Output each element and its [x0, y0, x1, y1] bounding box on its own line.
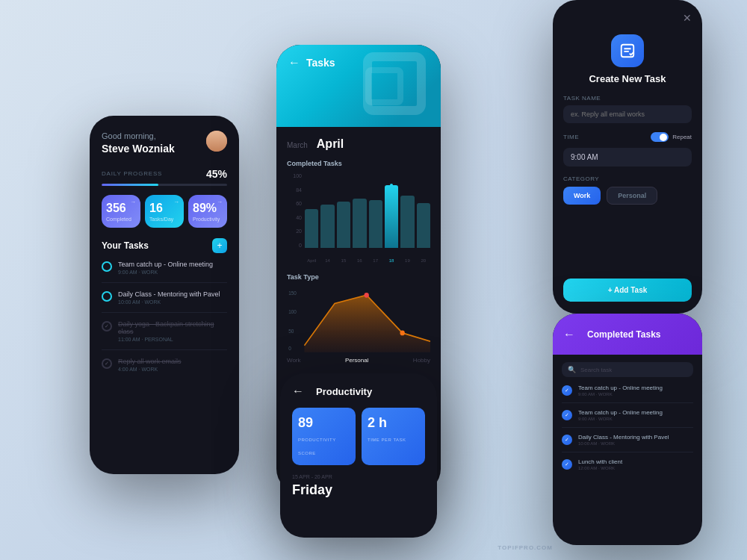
bar-16: [353, 199, 366, 248]
svg-text:0: 0: [288, 346, 291, 351]
bar-14: [320, 205, 334, 248]
task-name-input[interactable]: [563, 105, 692, 123]
time-value[interactable]: 9:00 AM: [563, 148, 692, 167]
bar-19: [400, 196, 414, 248]
bar-15: [337, 202, 350, 248]
greeting-text: Good morning,: [102, 131, 175, 142]
productivity-stats: 89 PRODUCTIVITY SCORE 2 h TIME PER TASK: [292, 408, 425, 465]
task-item[interactable]: Team catch up - Online meeting 9:00 AM ·…: [102, 261, 227, 283]
task-checkbox-done[interactable]: [102, 321, 112, 332]
completed-check-icon: ✓: [562, 410, 572, 420]
user-name: Steve Wozniak: [102, 142, 175, 155]
search-icon: 🔍: [568, 366, 576, 373]
task-name-label: Task Name: [563, 95, 692, 102]
task-checkbox-done[interactable]: [102, 358, 112, 369]
month-april[interactable]: April: [317, 137, 344, 151]
completed-task-name: Lunch with client: [578, 458, 693, 465]
phone-dashboard: Good morning, Steve Wozniak DAILY PROGRE…: [90, 116, 239, 474]
svg-marker-4: [304, 295, 430, 352]
svg-text:100: 100: [288, 309, 297, 314]
completed-task-item: ✓ Team catch up - Online meeting 9:00 AM…: [562, 385, 693, 403]
task-name-group: Task Name: [563, 95, 692, 123]
category-buttons: Work Personal: [563, 187, 692, 205]
completed-task-meta: 10:00 AM · WORK: [578, 441, 693, 446]
svg-text:50: 50: [288, 329, 294, 334]
productivity-screen: ← Productivity 89 PRODUCTIVITY SCORE 2 h…: [280, 373, 437, 510]
create-task-screen: ✕ Create New Task Task Name Time: [553, 0, 702, 314]
bar-18-active: [385, 185, 398, 248]
bar-chart-bars: [305, 173, 430, 248]
dashboard-header: Good morning, Steve Wozniak: [102, 131, 227, 156]
phone-productivity: ← Productivity 89 PRODUCTIVITY SCORE 2 h…: [280, 373, 437, 538]
completed-task-name: Daily Class - Mentoring with Pavel: [578, 434, 693, 441]
bar-april: [305, 209, 318, 248]
search-row[interactable]: 🔍 Search task: [562, 362, 693, 377]
task-name: Daily Class - Mentoring with Pavel: [118, 290, 227, 298]
bar-17: [369, 200, 382, 248]
completed-tasks-label: Completed Tasks: [287, 160, 430, 167]
task-checkbox[interactable]: [102, 261, 112, 272]
time-per-task-value: 2 h: [368, 415, 419, 431]
time-per-task-card: 2 h TIME PER TASK: [362, 408, 425, 465]
task-icon-circle: [611, 34, 644, 67]
bar-chart: 100 84 60 40 20 0 April: [287, 173, 430, 263]
phone-completed-tasks: ← Completed Tasks 🔍 Search task ✓ Team c…: [553, 314, 702, 545]
time-label: Time: [563, 134, 579, 140]
tasks-chart-title: Tasks: [306, 57, 335, 69]
svg-point-5: [364, 293, 368, 298]
back-arrow-icon[interactable]: ←: [288, 57, 300, 69]
bar-highlight: [390, 184, 393, 187]
completed-task-item: ✓ Team catch up - Online meeting 9:00 AM…: [562, 409, 693, 428]
day-title: Friday: [292, 482, 425, 498]
task-type-label: Task Type: [287, 273, 430, 281]
task-meta: 10:00 AM · WORK: [118, 299, 227, 305]
completed-check-icon: ✓: [562, 459, 572, 470]
stat-card-completed[interactable]: → 356 Completed: [102, 195, 140, 228]
progress-percent: 45%: [206, 168, 227, 180]
back-arrow-icon[interactable]: ←: [292, 385, 304, 397]
productivity-header: ← Productivity: [292, 385, 425, 397]
task-name: Reply all work emails: [118, 358, 227, 365]
task-meta: 11:00 AM · PERSONAL: [118, 337, 227, 342]
svg-point-6: [400, 331, 404, 336]
search-placeholder: Search task: [580, 367, 612, 373]
progress-bar-bg: [102, 184, 227, 186]
back-arrow-icon[interactable]: ←: [563, 329, 575, 340]
stat-card-productivity[interactable]: → 89% Productivity: [188, 195, 227, 228]
task-meta: 9:00 AM · WORK: [118, 270, 227, 275]
your-tasks-title: Your Tasks: [102, 240, 149, 251]
month-tabs: March April: [287, 137, 430, 151]
close-icon[interactable]: ✕: [683, 12, 692, 24]
add-task-button[interactable]: + Add Task: [563, 279, 692, 302]
task-name: Team catch up - Online meeting: [118, 261, 227, 268]
completed-task-list: ✓ Team catch up - Online meeting 9:00 AM…: [562, 385, 693, 476]
avatar[interactable]: [206, 131, 227, 152]
category-work-button[interactable]: Work: [563, 187, 601, 205]
line-chart-section: Task Type 150 100 50 0: [287, 273, 430, 364]
create-icon-row: Create New Task: [563, 34, 692, 84]
stats-grid: → 356 Completed → 16 Tasks/Day → 89% Pro…: [102, 195, 227, 228]
category-personal-button[interactable]: Personal: [607, 187, 657, 205]
progress-bar-fill: [102, 184, 158, 186]
task-item[interactable]: Reply all work emails 4:00 AM · WORK: [102, 358, 227, 379]
progress-section: DAILY PROGRESS 45%: [102, 168, 227, 186]
tasks-chart-body: March April Completed Tasks 100 84 60 40…: [276, 127, 441, 374]
date-range: 15 APR - 20 APR: [292, 474, 425, 479]
phone-create-task: ✕ Create New Task Task Name Time: [553, 0, 702, 314]
stat-card-tasks-per-day[interactable]: → 16 Tasks/Day: [145, 195, 184, 228]
add-task-button[interactable]: +: [212, 238, 227, 253]
task-item[interactable]: Daily Class - Mentoring with Pavel 10:00…: [102, 290, 227, 313]
month-march[interactable]: March: [287, 141, 308, 149]
task-list: Team catch up - Online meeting 9:00 AM ·…: [102, 261, 227, 379]
task-item[interactable]: Daily yoga - Backpain stretching class 1…: [102, 320, 227, 350]
task-checkbox[interactable]: [102, 291, 112, 302]
completed-tasks-header: ← Completed Tasks: [553, 314, 702, 355]
repeat-toggle[interactable]: Repeat: [651, 132, 692, 142]
create-task-title: Create New Task: [589, 73, 666, 84]
time-group: Time Repeat 9:00 AM: [563, 132, 692, 167]
completed-task-meta: 9:00 AM · WORK: [578, 417, 693, 421]
completed-task-item: ✓ Daily Class - Mentoring with Pavel 10:…: [562, 434, 693, 452]
productivity-score-value: 89: [298, 415, 350, 431]
bar-chart-yaxis: 100 84 60 40 20 0: [287, 173, 302, 248]
category-label: Category: [563, 175, 692, 182]
